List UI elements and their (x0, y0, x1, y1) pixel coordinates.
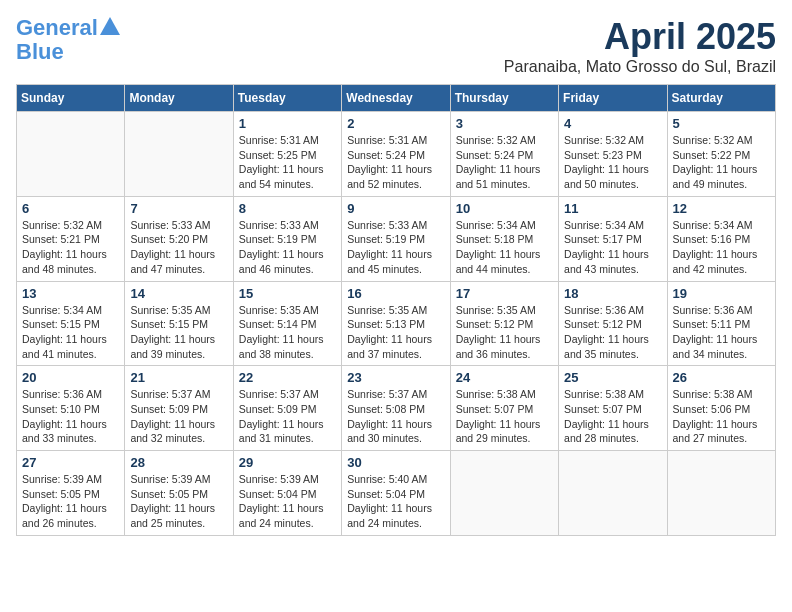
day-info: Sunrise: 5:33 AM Sunset: 5:20 PM Dayligh… (130, 218, 227, 277)
table-row: 24Sunrise: 5:38 AM Sunset: 5:07 PM Dayli… (450, 366, 558, 451)
day-info: Sunrise: 5:39 AM Sunset: 5:05 PM Dayligh… (22, 472, 119, 531)
day-info: Sunrise: 5:32 AM Sunset: 5:24 PM Dayligh… (456, 133, 553, 192)
col-saturday: Saturday (667, 85, 775, 112)
day-number: 16 (347, 286, 444, 301)
day-number: 25 (564, 370, 661, 385)
table-row: 8Sunrise: 5:33 AM Sunset: 5:19 PM Daylig… (233, 196, 341, 281)
day-number: 23 (347, 370, 444, 385)
day-info: Sunrise: 5:31 AM Sunset: 5:25 PM Dayligh… (239, 133, 336, 192)
day-info: Sunrise: 5:34 AM Sunset: 5:18 PM Dayligh… (456, 218, 553, 277)
day-info: Sunrise: 5:35 AM Sunset: 5:15 PM Dayligh… (130, 303, 227, 362)
day-number: 22 (239, 370, 336, 385)
table-row: 4Sunrise: 5:32 AM Sunset: 5:23 PM Daylig… (559, 112, 667, 197)
day-number: 1 (239, 116, 336, 131)
day-info: Sunrise: 5:37 AM Sunset: 5:09 PM Dayligh… (130, 387, 227, 446)
calendar-week-row: 27Sunrise: 5:39 AM Sunset: 5:05 PM Dayli… (17, 451, 776, 536)
table-row (17, 112, 125, 197)
day-info: Sunrise: 5:38 AM Sunset: 5:07 PM Dayligh… (456, 387, 553, 446)
table-row: 7Sunrise: 5:33 AM Sunset: 5:20 PM Daylig… (125, 196, 233, 281)
table-row: 29Sunrise: 5:39 AM Sunset: 5:04 PM Dayli… (233, 451, 341, 536)
day-number: 4 (564, 116, 661, 131)
calendar-week-row: 6Sunrise: 5:32 AM Sunset: 5:21 PM Daylig… (17, 196, 776, 281)
day-number: 28 (130, 455, 227, 470)
table-row (559, 451, 667, 536)
table-row: 27Sunrise: 5:39 AM Sunset: 5:05 PM Dayli… (17, 451, 125, 536)
page-header: General Blue April 2025 Paranaiba, Mato … (16, 16, 776, 76)
day-number: 21 (130, 370, 227, 385)
day-number: 19 (673, 286, 770, 301)
day-number: 20 (22, 370, 119, 385)
day-info: Sunrise: 5:36 AM Sunset: 5:10 PM Dayligh… (22, 387, 119, 446)
day-info: Sunrise: 5:34 AM Sunset: 5:15 PM Dayligh… (22, 303, 119, 362)
day-info: Sunrise: 5:37 AM Sunset: 5:08 PM Dayligh… (347, 387, 444, 446)
day-info: Sunrise: 5:38 AM Sunset: 5:06 PM Dayligh… (673, 387, 770, 446)
table-row: 16Sunrise: 5:35 AM Sunset: 5:13 PM Dayli… (342, 281, 450, 366)
table-row: 14Sunrise: 5:35 AM Sunset: 5:15 PM Dayli… (125, 281, 233, 366)
day-info: Sunrise: 5:33 AM Sunset: 5:19 PM Dayligh… (239, 218, 336, 277)
day-number: 7 (130, 201, 227, 216)
day-info: Sunrise: 5:35 AM Sunset: 5:12 PM Dayligh… (456, 303, 553, 362)
table-row (667, 451, 775, 536)
day-number: 5 (673, 116, 770, 131)
table-row: 18Sunrise: 5:36 AM Sunset: 5:12 PM Dayli… (559, 281, 667, 366)
table-row: 19Sunrise: 5:36 AM Sunset: 5:11 PM Dayli… (667, 281, 775, 366)
title-block: April 2025 Paranaiba, Mato Grosso do Sul… (504, 16, 776, 76)
day-number: 17 (456, 286, 553, 301)
table-row (450, 451, 558, 536)
calendar-table: Sunday Monday Tuesday Wednesday Thursday… (16, 84, 776, 536)
day-number: 13 (22, 286, 119, 301)
table-row: 1Sunrise: 5:31 AM Sunset: 5:25 PM Daylig… (233, 112, 341, 197)
logo-triangle-icon (100, 17, 120, 35)
calendar-header-row: Sunday Monday Tuesday Wednesday Thursday… (17, 85, 776, 112)
day-number: 29 (239, 455, 336, 470)
col-thursday: Thursday (450, 85, 558, 112)
calendar-week-row: 13Sunrise: 5:34 AM Sunset: 5:15 PM Dayli… (17, 281, 776, 366)
table-row: 23Sunrise: 5:37 AM Sunset: 5:08 PM Dayli… (342, 366, 450, 451)
day-number: 10 (456, 201, 553, 216)
day-number: 11 (564, 201, 661, 216)
table-row: 26Sunrise: 5:38 AM Sunset: 5:06 PM Dayli… (667, 366, 775, 451)
day-number: 9 (347, 201, 444, 216)
day-info: Sunrise: 5:33 AM Sunset: 5:19 PM Dayligh… (347, 218, 444, 277)
day-number: 30 (347, 455, 444, 470)
day-info: Sunrise: 5:31 AM Sunset: 5:24 PM Dayligh… (347, 133, 444, 192)
day-number: 6 (22, 201, 119, 216)
table-row: 11Sunrise: 5:34 AM Sunset: 5:17 PM Dayli… (559, 196, 667, 281)
col-tuesday: Tuesday (233, 85, 341, 112)
day-info: Sunrise: 5:35 AM Sunset: 5:14 PM Dayligh… (239, 303, 336, 362)
table-row: 30Sunrise: 5:40 AM Sunset: 5:04 PM Dayli… (342, 451, 450, 536)
table-row: 21Sunrise: 5:37 AM Sunset: 5:09 PM Dayli… (125, 366, 233, 451)
day-number: 18 (564, 286, 661, 301)
day-info: Sunrise: 5:34 AM Sunset: 5:16 PM Dayligh… (673, 218, 770, 277)
day-info: Sunrise: 5:39 AM Sunset: 5:04 PM Dayligh… (239, 472, 336, 531)
day-info: Sunrise: 5:32 AM Sunset: 5:22 PM Dayligh… (673, 133, 770, 192)
location-title: Paranaiba, Mato Grosso do Sul, Brazil (504, 58, 776, 76)
day-info: Sunrise: 5:40 AM Sunset: 5:04 PM Dayligh… (347, 472, 444, 531)
col-wednesday: Wednesday (342, 85, 450, 112)
calendar-week-row: 1Sunrise: 5:31 AM Sunset: 5:25 PM Daylig… (17, 112, 776, 197)
table-row: 2Sunrise: 5:31 AM Sunset: 5:24 PM Daylig… (342, 112, 450, 197)
table-row: 3Sunrise: 5:32 AM Sunset: 5:24 PM Daylig… (450, 112, 558, 197)
table-row: 20Sunrise: 5:36 AM Sunset: 5:10 PM Dayli… (17, 366, 125, 451)
table-row: 10Sunrise: 5:34 AM Sunset: 5:18 PM Dayli… (450, 196, 558, 281)
day-info: Sunrise: 5:35 AM Sunset: 5:13 PM Dayligh… (347, 303, 444, 362)
logo-text-line2: Blue (16, 40, 64, 64)
day-number: 8 (239, 201, 336, 216)
day-number: 3 (456, 116, 553, 131)
col-monday: Monday (125, 85, 233, 112)
table-row: 25Sunrise: 5:38 AM Sunset: 5:07 PM Dayli… (559, 366, 667, 451)
table-row: 22Sunrise: 5:37 AM Sunset: 5:09 PM Dayli… (233, 366, 341, 451)
table-row: 15Sunrise: 5:35 AM Sunset: 5:14 PM Dayli… (233, 281, 341, 366)
day-info: Sunrise: 5:39 AM Sunset: 5:05 PM Dayligh… (130, 472, 227, 531)
day-info: Sunrise: 5:32 AM Sunset: 5:21 PM Dayligh… (22, 218, 119, 277)
table-row: 5Sunrise: 5:32 AM Sunset: 5:22 PM Daylig… (667, 112, 775, 197)
day-number: 15 (239, 286, 336, 301)
day-number: 24 (456, 370, 553, 385)
day-number: 14 (130, 286, 227, 301)
table-row: 17Sunrise: 5:35 AM Sunset: 5:12 PM Dayli… (450, 281, 558, 366)
day-info: Sunrise: 5:32 AM Sunset: 5:23 PM Dayligh… (564, 133, 661, 192)
table-row (125, 112, 233, 197)
logo: General Blue (16, 16, 120, 64)
col-sunday: Sunday (17, 85, 125, 112)
day-info: Sunrise: 5:34 AM Sunset: 5:17 PM Dayligh… (564, 218, 661, 277)
